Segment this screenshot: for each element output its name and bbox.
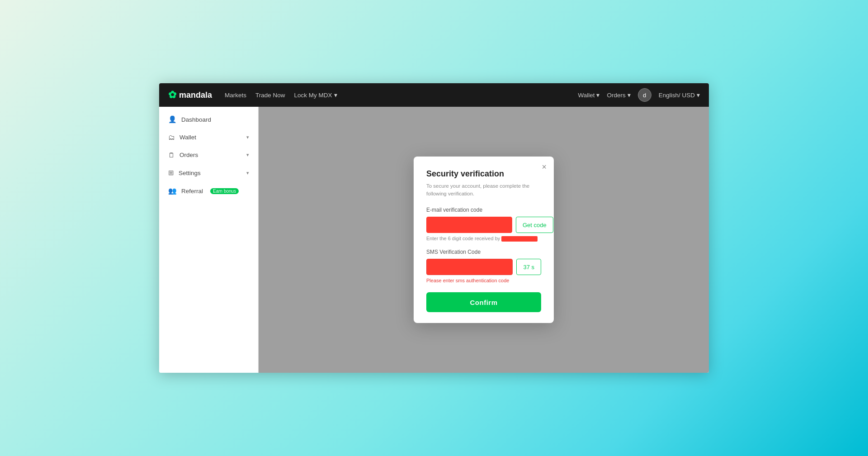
content-area: 👤 Dashboard 🗂 Wallet ▾ 🗒 Orders ▾ ⊞ Sett… bbox=[159, 107, 709, 373]
sidebar-settings-label: Settings bbox=[179, 170, 201, 176]
nav-orders[interactable]: Orders ▾ bbox=[607, 91, 630, 99]
sidebar-item-dashboard[interactable]: 👤 Dashboard bbox=[159, 110, 258, 128]
sidebar-item-wallet[interactable]: 🗂 Wallet ▾ bbox=[159, 128, 258, 146]
redacted-email bbox=[501, 236, 538, 242]
chevron-down-icon: ▾ bbox=[246, 152, 249, 158]
chevron-down-icon: ▾ bbox=[246, 170, 249, 176]
sidebar-referral-label: Referral bbox=[181, 188, 203, 195]
dashboard-icon: 👤 bbox=[168, 115, 177, 124]
email-code-hint: Enter the 6 digit code received by bbox=[426, 236, 541, 242]
sidebar-orders-label: Orders bbox=[179, 152, 198, 158]
nav-lock-mdx[interactable]: Lock My MDX ▾ bbox=[294, 91, 337, 99]
sidebar-item-settings[interactable]: ⊞ Settings ▾ bbox=[159, 164, 258, 182]
nav-right: Wallet ▾ Orders ▾ d English/ USD ▾ bbox=[578, 88, 700, 102]
nav-trade-now[interactable]: Trade Now bbox=[255, 92, 285, 99]
sidebar-item-referral[interactable]: 👥 Referral Earn bonus bbox=[159, 182, 258, 200]
sms-code-input[interactable] bbox=[426, 259, 513, 275]
modal-subtitle: To secure your account, please complete … bbox=[426, 182, 541, 198]
brand: ✿ mandala bbox=[168, 89, 212, 101]
orders-icon: 🗒 bbox=[168, 151, 175, 159]
email-code-input[interactable] bbox=[426, 217, 512, 233]
referral-icon: 👥 bbox=[168, 187, 177, 195]
settings-icon: ⊞ bbox=[168, 169, 174, 177]
main-content: × Security verification To secure your a… bbox=[259, 107, 709, 373]
chevron-down-icon: ▾ bbox=[334, 91, 337, 99]
navbar-links: Markets Trade Now Lock My MDX ▾ bbox=[225, 91, 578, 99]
sidebar-wallet-label: Wallet bbox=[179, 134, 196, 141]
sms-timer-button: 37 s bbox=[516, 259, 541, 275]
sidebar-dashboard-label: Dashboard bbox=[181, 116, 211, 123]
security-verification-modal: × Security verification To secure your a… bbox=[414, 157, 554, 323]
sms-hint: Please enter sms authentication code bbox=[426, 278, 541, 283]
wallet-icon: 🗂 bbox=[168, 133, 175, 141]
app-window: ✿ mandala Markets Trade Now Lock My MDX … bbox=[159, 83, 709, 373]
brand-icon: ✿ bbox=[168, 89, 176, 101]
nav-wallet[interactable]: Wallet ▾ bbox=[578, 91, 599, 99]
chevron-down-icon: ▾ bbox=[596, 91, 599, 99]
sms-code-label: SMS Verification Code bbox=[426, 249, 541, 255]
email-code-label: E-mail verification code bbox=[426, 207, 541, 213]
chevron-down-icon: ▾ bbox=[627, 91, 631, 99]
user-avatar[interactable]: d bbox=[638, 88, 651, 102]
modal-overlay: × Security verification To secure your a… bbox=[259, 107, 709, 373]
sidebar: 👤 Dashboard 🗂 Wallet ▾ 🗒 Orders ▾ ⊞ Sett… bbox=[159, 107, 259, 373]
brand-name: mandala bbox=[179, 90, 212, 100]
chevron-down-icon: ▾ bbox=[697, 91, 700, 99]
confirm-button[interactable]: Confirm bbox=[426, 292, 541, 312]
email-code-row: Get code bbox=[426, 217, 541, 233]
modal-close-button[interactable]: × bbox=[542, 163, 547, 171]
sidebar-item-orders[interactable]: 🗒 Orders ▾ bbox=[159, 146, 258, 164]
nav-markets[interactable]: Markets bbox=[225, 92, 246, 99]
navbar: ✿ mandala Markets Trade Now Lock My MDX … bbox=[159, 83, 709, 107]
nav-language[interactable]: English/ USD ▾ bbox=[659, 91, 700, 99]
get-code-button[interactable]: Get code bbox=[516, 217, 553, 233]
earn-bonus-badge: Earn bonus bbox=[210, 188, 239, 194]
modal-title: Security verification bbox=[426, 169, 541, 179]
chevron-down-icon: ▾ bbox=[246, 134, 249, 140]
sms-code-row: 37 s bbox=[426, 259, 541, 275]
